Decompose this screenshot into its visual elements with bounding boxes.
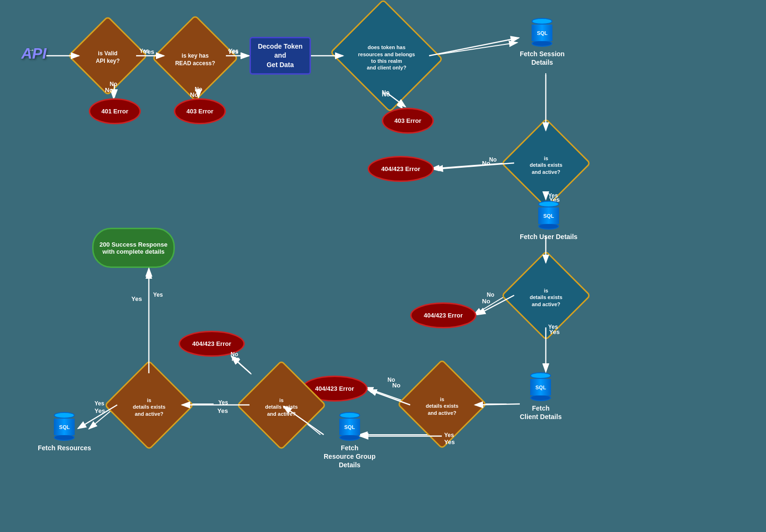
no-label-5: No (482, 298, 490, 305)
fetch-session-container: SQL Fetch SessionDetails (520, 18, 565, 67)
fetch-client-label: FetchClient Details (520, 404, 562, 421)
error-404-423a: 404/423 Error (368, 156, 434, 182)
svg-line-31 (429, 38, 519, 56)
svg-line-11 (431, 163, 507, 169)
svg-line-6 (429, 43, 517, 56)
diamond-details-active-2: isdetails existsand active? (501, 250, 591, 341)
sql-user-icon: SQL (538, 201, 559, 230)
yes-label-7: Yes (217, 407, 228, 414)
yes-label-8: Yes (95, 407, 105, 414)
svg-text:No: No (487, 292, 494, 298)
svg-text:Yes: Yes (95, 400, 104, 407)
sql-client-icon: SQL (530, 372, 551, 401)
sql-resource-group-icon: SQL (339, 412, 360, 441)
fetch-session-label: Fetch SessionDetails (520, 50, 565, 67)
yes-label-5: Yes (549, 328, 559, 335)
yes-label-6: Yes (444, 438, 455, 446)
no-label-7: No (232, 355, 240, 362)
error-403b: 403 Error (382, 108, 434, 134)
no-label-2: No (190, 91, 198, 98)
error-401: 401 Error (89, 98, 141, 124)
flowchart: API → is Valid API key? Yes is key hasRE… (0, 0, 766, 532)
yes-label-2: Yes (228, 48, 238, 55)
no-label-1: No (105, 86, 113, 94)
no-label-6: No (392, 382, 400, 389)
decode-token-box: Decode TokenandGet Data (250, 37, 311, 75)
diamond-details-active-5: isdetails existsand active? (104, 360, 194, 450)
diamond-details-active-3: isdetails existsand active? (397, 359, 487, 449)
svg-text:Yes: Yes (153, 292, 163, 298)
diamond-details-active-4: isdetails existsand active? (236, 360, 327, 450)
diamond-read-access: is key hasREAD access? (152, 15, 239, 102)
yes-label-1: Yes (144, 48, 154, 55)
error-404-423b: 404/423 Error (410, 302, 476, 328)
fetch-resource-group-container: SQL FetchResource GroupDetails (324, 412, 376, 470)
fetch-resources-label: Fetch Resources (38, 444, 91, 452)
fetch-resource-group-label: FetchResource GroupDetails (324, 444, 376, 470)
error-404-423d: 404/423 Error (179, 331, 245, 357)
yes-label-success: Yes (131, 295, 142, 302)
fetch-user-container: SQL Fetch User Details (520, 201, 577, 241)
diamond-valid-api-key: is Valid API key? (68, 16, 148, 96)
fetch-client-container: SQL FetchClient Details (520, 372, 562, 421)
success-200: 200 Success Responsewith complete detail… (92, 228, 175, 268)
svg-text:No: No (489, 156, 497, 163)
diamond-details-active-1: isdetails existsand active? (501, 118, 591, 208)
no-label-4: No (482, 160, 490, 167)
fetch-user-label: Fetch User Details (520, 232, 577, 241)
error-403a: 403 Error (174, 98, 226, 124)
fetch-resources-container: SQL Fetch Resources (38, 412, 91, 452)
arrow-api: → (28, 46, 34, 53)
sql-resources-icon: SQL (54, 412, 75, 441)
svg-text:Yes: Yes (218, 399, 228, 406)
sql-session-icon: SQL (532, 18, 552, 47)
no-label-3: No (382, 91, 390, 98)
